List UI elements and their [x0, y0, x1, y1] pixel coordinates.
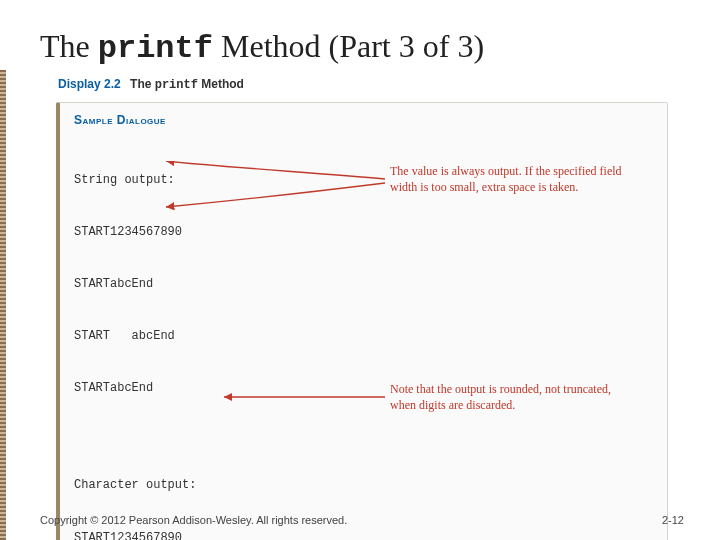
slide: The printf Method (Part 3 of 3) Display …: [0, 0, 720, 540]
output-line: START1234567890: [74, 530, 653, 540]
display-number: Display 2.2: [58, 77, 121, 91]
sample-dialogue-panel: Sample Dialogue String output: START1234…: [56, 102, 668, 540]
decor-stripe: [0, 70, 6, 540]
output-line: START abcEnd: [74, 328, 653, 345]
display-title: The printf Method: [130, 77, 244, 91]
annotation-2: Note that the output is rounded, not tru…: [390, 381, 630, 413]
figure: Display 2.2 The printf Method Sample Dia…: [56, 77, 684, 540]
output-line: START1234567890: [74, 224, 653, 241]
copyright-text: Copyright © 2012 Pearson Addison-Wesley.…: [40, 514, 347, 526]
annotation-1: The value is always output. If the speci…: [390, 163, 630, 195]
title-suffix: Method (Part 3 of 3): [213, 28, 484, 64]
page-number: 2-12: [662, 514, 684, 526]
display-label: Display 2.2 The printf Method: [58, 77, 684, 92]
footer: Copyright © 2012 Pearson Addison-Wesley.…: [40, 514, 684, 526]
block2-title: Character output:: [74, 477, 653, 494]
slide-title: The printf Method (Part 3 of 3): [40, 28, 684, 67]
title-prefix: The: [40, 28, 98, 64]
panel-heading: Sample Dialogue: [74, 113, 653, 127]
title-code: printf: [98, 30, 213, 67]
output-line: STARTabcEnd: [74, 276, 653, 293]
